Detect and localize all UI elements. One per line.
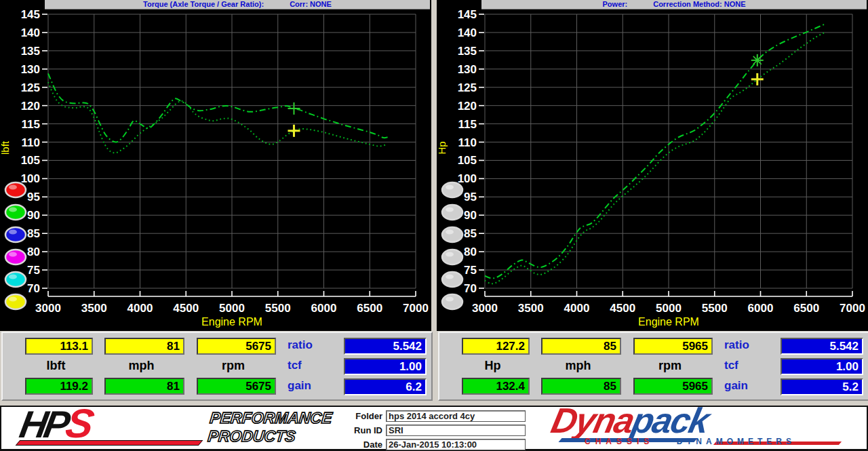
run-select-button-6[interactable] bbox=[5, 294, 26, 309]
power-chart-panel: Power: Correction Method: NONE 707580859… bbox=[437, 0, 868, 331]
x-tick-label: 4000 bbox=[127, 302, 153, 315]
button-highlight bbox=[9, 297, 17, 302]
date-label: Date bbox=[340, 439, 382, 450]
power-unit-label: Hp bbox=[462, 357, 524, 374]
ratio-label: ratio bbox=[288, 338, 330, 353]
dyno-application-window: Torque (Axle Torque / Gear Ratio): Corr:… bbox=[0, 0, 868, 451]
run-id-field[interactable]: SRI bbox=[386, 425, 526, 436]
button-highlight bbox=[446, 230, 454, 235]
y-tick-label: 90 bbox=[27, 209, 40, 222]
y-tick-label: 70 bbox=[464, 282, 477, 295]
y-tick-label: 95 bbox=[27, 191, 40, 203]
dynapack-dynamometers-text: DYNAMOMETERS bbox=[677, 437, 795, 446]
dynapack-chassis-text: CHASSIS bbox=[585, 437, 654, 446]
torque-header-correction: Corr: NONE bbox=[290, 0, 332, 9]
hps-logo-hp: HP bbox=[16, 403, 70, 446]
hps-products-text: PRODUCTS bbox=[207, 427, 331, 446]
run-select-button-1[interactable] bbox=[5, 182, 26, 197]
run-select-button-2[interactable] bbox=[5, 205, 26, 220]
tcf-value: 1.00 bbox=[781, 358, 863, 375]
power-current-value: 132.4 bbox=[462, 378, 530, 395]
y-tick-label: 145 bbox=[21, 9, 40, 21]
dynapack-subtitle: CHASSIS DYNAMOMETERS bbox=[585, 437, 795, 446]
x-tick-label: 3000 bbox=[35, 302, 61, 315]
ratio-value: 5.542 bbox=[344, 338, 427, 355]
y-tick-label: 120 bbox=[21, 100, 40, 113]
run-select-button-4[interactable] bbox=[442, 250, 462, 264]
run-select-button-2[interactable] bbox=[442, 205, 462, 220]
torque-readout-panel: 113.1 81 5675 lbft mph rpm 119.2 81 5675… bbox=[1, 332, 433, 401]
button-highlight bbox=[446, 208, 454, 212]
x-tick-label: 6500 bbox=[357, 302, 382, 315]
gain-label: gain bbox=[724, 378, 766, 393]
gain-value: 5.2 bbox=[781, 378, 863, 395]
y-tick-label: 85 bbox=[464, 227, 477, 240]
run-select-button-5[interactable] bbox=[442, 272, 462, 287]
button-highlight bbox=[446, 185, 454, 190]
hps-logo: HPS PERFORMANCE PRODUCTS bbox=[14, 408, 332, 447]
hps-logo-swoosh bbox=[16, 440, 203, 446]
power-chart[interactable]: 7075808590951001051101151201251301351401… bbox=[437, 9, 868, 331]
y-tick-label: 120 bbox=[458, 100, 477, 113]
tcf-value: 1.00 bbox=[344, 358, 427, 375]
y-tick-label: 75 bbox=[27, 264, 40, 277]
tcf-label: tcf bbox=[288, 358, 330, 373]
run-id-row: Run ID SRI bbox=[340, 425, 530, 436]
button-highlight bbox=[9, 252, 17, 257]
run-select-button-3[interactable] bbox=[442, 227, 462, 242]
torque-header-title: Torque (Axle Torque / Gear Ratio): bbox=[143, 0, 264, 9]
y-tick-label: 105 bbox=[458, 154, 477, 167]
hps-logo-text: HPS bbox=[17, 404, 94, 445]
torque-current-value: 119.2 bbox=[25, 378, 93, 395]
button-highlight bbox=[446, 252, 454, 257]
power-header: Power: Correction Method: NONE bbox=[481, 0, 867, 9]
run-select-button-6[interactable] bbox=[442, 294, 462, 309]
baseline-run-power-curve bbox=[485, 33, 824, 284]
rpm-unit-label: rpm bbox=[633, 357, 707, 374]
x-tick-label: 4500 bbox=[610, 302, 635, 315]
power-baseline-rpm: 5965 bbox=[633, 338, 713, 355]
torque-baseline-rpm: 5675 bbox=[197, 338, 276, 355]
power-baseline-mph: 85 bbox=[541, 338, 621, 355]
tcf-label: tcf bbox=[724, 358, 766, 373]
x-tick-label: 5500 bbox=[702, 302, 728, 315]
power-readout-panel: 127.2 85 5965 Hp mph rpm 132.4 85 5965 r… bbox=[438, 332, 868, 401]
button-highlight bbox=[446, 297, 454, 302]
run-select-button-4[interactable] bbox=[5, 250, 26, 264]
y-tick-label: 115 bbox=[22, 118, 40, 131]
y-tick-label: 100 bbox=[458, 172, 477, 185]
y-tick-label: 135 bbox=[21, 45, 40, 58]
x-tick-label: 6500 bbox=[793, 302, 819, 315]
y-tick-label: 125 bbox=[21, 81, 40, 94]
dynapack-pack-text: pack bbox=[629, 401, 712, 440]
run-select-button-1[interactable] bbox=[442, 182, 462, 197]
y-tick-label: 105 bbox=[21, 154, 40, 167]
button-highlight bbox=[446, 275, 454, 279]
dynapack-dyna-text: Dyna bbox=[548, 401, 637, 440]
torque-baseline-value: 113.1 bbox=[25, 338, 93, 355]
hps-logo-subtitle: PERFORMANCE PRODUCTS bbox=[207, 409, 333, 446]
torque-chart[interactable]: 7075808590951001051101151201251301351401… bbox=[0, 9, 431, 331]
y-tick-label: 140 bbox=[458, 26, 477, 39]
run-select-button-3[interactable] bbox=[5, 227, 26, 242]
folder-field[interactable]: hps 2014 accord 4cy bbox=[386, 410, 526, 422]
power-header-correction: Correction Method: NONE bbox=[653, 0, 745, 9]
date-field[interactable]: 26-Jan-2015 10:13:00 bbox=[386, 439, 526, 450]
y-axis-title: lbft bbox=[0, 140, 11, 155]
button-highlight bbox=[9, 275, 17, 279]
speed-unit-label: mph bbox=[104, 357, 178, 374]
x-tick-label: 4500 bbox=[173, 302, 199, 315]
button-highlight bbox=[9, 230, 17, 235]
button-highlight bbox=[9, 208, 17, 212]
torque-baseline-mph: 81 bbox=[104, 338, 184, 355]
power-current-mph: 85 bbox=[541, 378, 621, 395]
y-tick-label: 110 bbox=[458, 136, 477, 149]
run-select-button-5[interactable] bbox=[5, 272, 26, 287]
y-axis-title: Hp bbox=[437, 141, 448, 154]
y-tick-label: 115 bbox=[458, 118, 477, 131]
y-tick-label: 140 bbox=[21, 26, 40, 39]
x-tick-label: 5000 bbox=[656, 302, 682, 315]
x-tick-label: 3500 bbox=[518, 302, 544, 315]
run-id-label: Run ID bbox=[340, 425, 382, 435]
y-tick-label: 75 bbox=[464, 264, 477, 277]
